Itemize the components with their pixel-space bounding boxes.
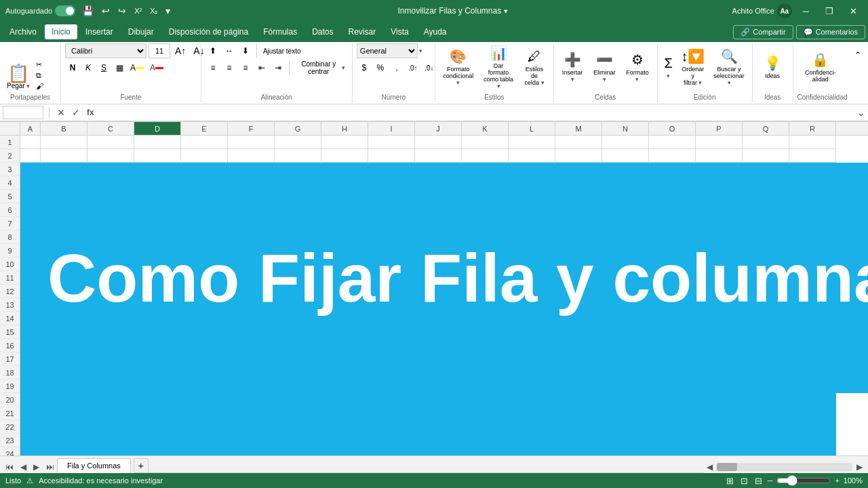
cell-G4[interactable]: [275, 176, 321, 190]
cell-B20[interactable]: [41, 393, 87, 407]
cell-I4[interactable]: [368, 176, 415, 190]
cell-K8[interactable]: [462, 230, 509, 244]
cell-Q23[interactable]: [743, 434, 789, 447]
cell-E18[interactable]: [181, 366, 228, 380]
cut-button[interactable]: ✂: [34, 60, 47, 70]
cell-H5[interactable]: [321, 190, 368, 203]
cell-B6[interactable]: [41, 203, 87, 217]
formula-input[interactable]: [99, 106, 854, 119]
cell-C12[interactable]: [87, 285, 134, 298]
cell-Q6[interactable]: [743, 203, 789, 217]
h-scrollbar-track[interactable]: [717, 463, 852, 471]
cell-I3[interactable]: [368, 163, 415, 176]
cell-L11[interactable]: [509, 271, 555, 285]
cell-M4[interactable]: [555, 176, 602, 190]
cell-B3[interactable]: [41, 163, 87, 176]
cell-J12[interactable]: [415, 285, 462, 298]
cell-J4[interactable]: [415, 176, 462, 190]
cell-N14[interactable]: [602, 312, 649, 325]
cell-O8[interactable]: [649, 230, 696, 244]
share-button[interactable]: 🔗 Compartir: [733, 25, 793, 39]
cell-Q7[interactable]: [743, 217, 789, 230]
cell-O9[interactable]: [649, 244, 696, 258]
cell-Q19[interactable]: [743, 380, 789, 393]
cell-N6[interactable]: [602, 203, 649, 217]
col-header-J[interactable]: J: [415, 122, 462, 135]
cell-P11[interactable]: [696, 271, 743, 285]
cell-I10[interactable]: [368, 258, 415, 271]
cell-G16[interactable]: [275, 339, 321, 352]
cell-A16[interactable]: [20, 339, 41, 352]
col-header-M[interactable]: M: [555, 122, 602, 135]
cell-A18[interactable]: [20, 366, 41, 380]
row-num-8[interactable]: 8: [0, 230, 20, 244]
cell-C20[interactable]: [87, 393, 134, 407]
cell-G20[interactable]: [275, 393, 321, 407]
close-btn[interactable]: ✕: [844, 3, 863, 19]
row-num-2[interactable]: 2: [0, 149, 20, 163]
cell-B12[interactable]: [41, 285, 87, 298]
italic-btn[interactable]: K: [81, 60, 96, 75]
cell-N4[interactable]: [602, 176, 649, 190]
cell-Q8[interactable]: [743, 230, 789, 244]
cell-L19[interactable]: [509, 380, 555, 393]
confidencialidad-btn[interactable]: 🔒 Confidenci-alidad: [802, 50, 839, 84]
cell-L13[interactable]: [509, 298, 555, 312]
cell-J18[interactable]: [415, 366, 462, 380]
cell-N23[interactable]: [602, 434, 649, 447]
cell-R24[interactable]: [789, 447, 836, 455]
cell-K22[interactable]: [462, 420, 509, 434]
cell-E5[interactable]: [181, 190, 228, 203]
cell-A10[interactable]: [20, 258, 41, 271]
cell-A2[interactable]: [20, 149, 41, 163]
cell-J7[interactable]: [415, 217, 462, 230]
cell-I8[interactable]: [368, 230, 415, 244]
cell-F13[interactable]: [228, 298, 275, 312]
cell-Q10[interactable]: [743, 258, 789, 271]
cell-N3[interactable]: [602, 163, 649, 176]
cell-L15[interactable]: [509, 325, 555, 339]
col-header-H[interactable]: H: [321, 122, 368, 135]
cell-J6[interactable]: [415, 203, 462, 217]
conditional-format-btn[interactable]: 🎨 Formatocondicional ▾: [439, 47, 477, 87]
align-mid-btn[interactable]: ↔: [222, 43, 237, 58]
cell-F19[interactable]: [228, 380, 275, 393]
menu-formulas[interactable]: Fórmulas: [256, 24, 304, 39]
cell-P13[interactable]: [696, 298, 743, 312]
cell-M14[interactable]: [555, 312, 602, 325]
cell-E6[interactable]: [181, 203, 228, 217]
cell-C8[interactable]: [87, 230, 134, 244]
cell-B7[interactable]: [41, 217, 87, 230]
cell-B16[interactable]: [41, 339, 87, 352]
cell-K11[interactable]: [462, 271, 509, 285]
cell-E23[interactable]: [181, 434, 228, 447]
cell-K23[interactable]: [462, 434, 509, 447]
cell-B13[interactable]: [41, 298, 87, 312]
cell-P2[interactable]: [696, 149, 743, 163]
cell-R20[interactable]: [789, 393, 836, 407]
cell-L17[interactable]: [509, 352, 555, 366]
scroll-left-btn[interactable]: ◀: [704, 461, 715, 473]
sheet-nav-next[interactable]: ▶: [31, 461, 42, 473]
superscript-quick-btn[interactable]: X²: [132, 5, 144, 16]
cell-J1[interactable]: [415, 136, 462, 149]
cell-P3[interactable]: [696, 163, 743, 176]
cell-C10[interactable]: [87, 258, 134, 271]
cell-H12[interactable]: [321, 285, 368, 298]
cell-R15[interactable]: [789, 325, 836, 339]
collapse-ribbon-btn[interactable]: ⌃: [850, 47, 865, 62]
cell-M10[interactable]: [555, 258, 602, 271]
cell-A11[interactable]: [20, 271, 41, 285]
cell-C22[interactable]: [87, 420, 134, 434]
menu-vista[interactable]: Vista: [384, 24, 415, 39]
cell-F17[interactable]: [228, 352, 275, 366]
cell-H18[interactable]: [321, 366, 368, 380]
cell-K2[interactable]: [462, 149, 509, 163]
cell-L8[interactable]: [509, 230, 555, 244]
cell-F24[interactable]: [228, 447, 275, 455]
cell-H13[interactable]: [321, 298, 368, 312]
cell-R7[interactable]: [789, 217, 836, 230]
row-num-22[interactable]: 22: [0, 420, 20, 434]
cell-E15[interactable]: [181, 325, 228, 339]
cell-J3[interactable]: [415, 163, 462, 176]
